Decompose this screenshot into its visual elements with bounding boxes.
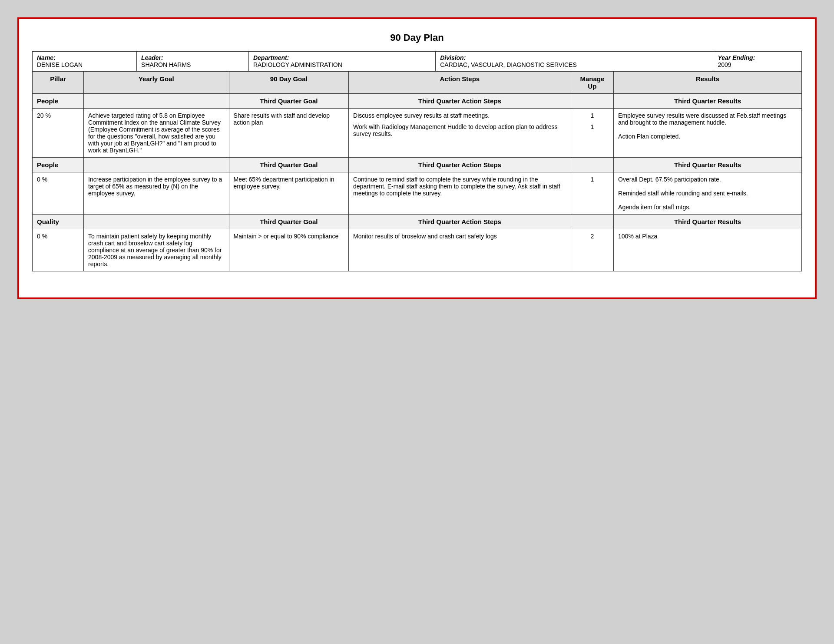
section-header-row: Quality Third Quarter Goal Third Quarter… [33,215,802,229]
yearly-goal-cell: To maintain patient safety by keeping mo… [84,229,229,271]
division-label: Division: [440,54,708,61]
name-label: Name: [37,54,132,61]
data-row: 0 % To maintain patient safety by keepin… [33,229,802,271]
year-label: Year Ending: [718,54,797,61]
th-manage: Manage Up [571,72,613,94]
department-value: RADIOLOGY ADMINISTRATION [253,61,342,68]
th-results: Results [614,72,802,94]
th-90day: 90 Day Goal [229,72,348,94]
leader-label: Leader: [141,54,244,61]
department-label: Department: [253,54,431,61]
page-title: 90 Day Plan [32,32,802,43]
data-row: 20 % Achieve targeted rating of 5.8 on E… [33,109,802,158]
name-cell: Name: DENISE LOGAN [33,52,137,71]
division-value: CARDIAC, VASCULAR, DIAGNOSTIC SERVICES [440,61,577,68]
pct-cell: 20 % [33,109,84,158]
manage-up-cell: 1 [571,172,613,215]
section-quarter-goal: Third Quarter Goal [229,158,348,172]
section-quarter-action: Third Quarter Action Steps [349,158,571,172]
pct-cell: 0 % [33,229,84,271]
header-row: Pillar Yearly Goal 90 Day Goal Action St… [33,72,802,94]
section-quarter-results: Third Quarter Results [614,158,802,172]
th-pillar: Pillar [33,72,84,94]
th-action: Action Steps [349,72,571,94]
section-quarter-results: Third Quarter Results [614,94,802,109]
th-yearly: Yearly Goal [84,72,229,94]
department-cell: Department: RADIOLOGY ADMINISTRATION [248,52,435,71]
section-pillar: People [33,94,84,109]
section-quarter-results: Third Quarter Results [614,215,802,229]
day-goal-cell: Share results with staff and develop act… [229,109,348,158]
yearly-goal-cell: Achieve targeted rating of 5.8 on Employ… [84,109,229,158]
leader-value: SHARON HARMS [141,61,191,68]
year-cell: Year Ending: 2009 [713,52,802,71]
action-steps-cell: Continue to remind staff to complete the… [349,172,571,215]
manage-up-cell: 2 [571,229,613,271]
day-goal-cell: Maintain > or equal to 90% compliance [229,229,348,271]
action-steps-cell: Discuss employee survey results at staff… [349,109,571,158]
pct-cell: 0 % [33,172,84,215]
section-quarter-action: Third Quarter Action Steps [349,215,571,229]
yearly-goal-cell: Increase participation in the employee s… [84,172,229,215]
section-header-row: People Third Quarter Goal Third Quarter … [33,94,802,109]
info-table: Name: DENISE LOGAN Leader: SHARON HARMS … [32,51,802,71]
page-wrapper: 90 Day Plan Name: DENISE LOGAN Leader: S… [17,17,817,299]
section-quarter-goal: Third Quarter Goal [229,94,348,109]
main-table: Pillar Yearly Goal 90 Day Goal Action St… [32,71,802,271]
section-pillar: Quality [33,215,84,229]
name-value: DENISE LOGAN [37,61,83,68]
section-quarter-goal: Third Quarter Goal [229,215,348,229]
results-cell: Employee survey results were discussed a… [614,109,802,158]
division-cell: Division: CARDIAC, VASCULAR, DIAGNOSTIC … [436,52,713,71]
section-header-row: People Third Quarter Goal Third Quarter … [33,158,802,172]
results-cell: Overall Dept. 67.5% participation rate.R… [614,172,802,215]
section-quarter-action: Third Quarter Action Steps [349,94,571,109]
day-goal-cell: Meet 65% department participation in emp… [229,172,348,215]
leader-cell: Leader: SHARON HARMS [137,52,249,71]
action-steps-cell: Monitor results of broselow and crash ca… [349,229,571,271]
section-pillar: People [33,158,84,172]
data-row: 0 % Increase participation in the employ… [33,172,802,215]
results-cell: 100% at Plaza [614,229,802,271]
manage-up-cell: 11 [571,109,613,158]
year-value: 2009 [718,61,731,68]
